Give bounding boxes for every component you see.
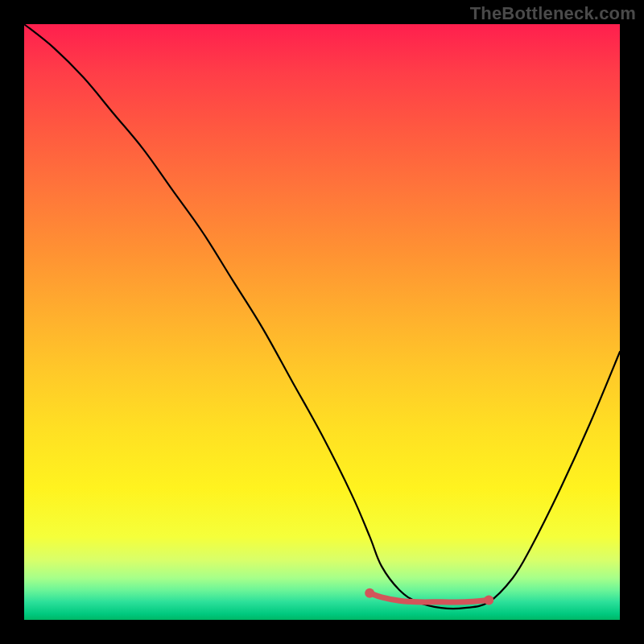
marker-right-dot <box>484 596 493 605</box>
optimal-band-path <box>369 593 489 602</box>
marker-left-dot <box>365 588 374 598</box>
curve-layer <box>24 24 620 620</box>
chart-frame: TheBottleneck.com <box>0 0 644 644</box>
plot-area <box>24 24 620 620</box>
watermark-text: TheBottleneck.com <box>470 3 636 24</box>
bottleneck-curve-path <box>24 24 620 609</box>
